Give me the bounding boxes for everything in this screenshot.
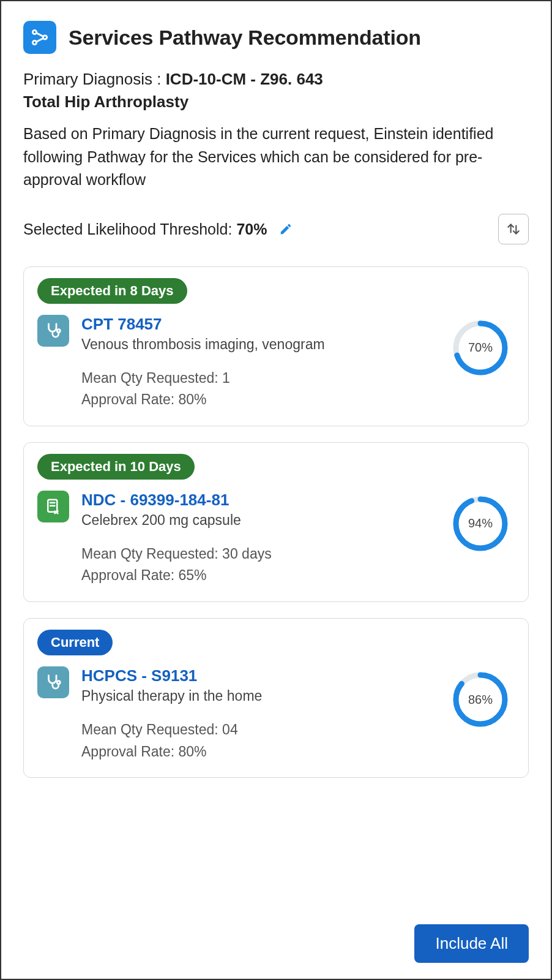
approval-rate: Approval Rate: 80% — [81, 741, 433, 763]
threshold-text: Selected Likelihood Threshold: 70% — [23, 219, 294, 238]
threshold-value: 70% — [236, 221, 267, 238]
threshold-row: Selected Likelihood Threshold: 70% — [23, 214, 529, 244]
edit-threshold-icon[interactable] — [277, 221, 294, 238]
approval-rate: Approval Rate: 80% — [81, 389, 433, 411]
mean-qty: Mean Qty Requested: 1 — [81, 368, 433, 390]
stethoscope-icon — [37, 666, 69, 698]
diagnosis-name: Total Hip Arthroplasty — [23, 92, 529, 111]
likelihood-donut: 70% — [451, 318, 510, 377]
page-title: Services Pathway Recommendation — [69, 26, 421, 50]
service-card: Expected in 8 DaysCPT 78457Venous thromb… — [23, 266, 529, 426]
stethoscope-icon — [37, 315, 69, 347]
include-all-button[interactable]: Include All — [414, 924, 529, 963]
likelihood-value: 94% — [451, 494, 510, 553]
svg-point-3 — [57, 329, 60, 332]
diagnosis-line: Primary Diagnosis : ICD-10-CM - Z96. 643 — [23, 70, 529, 89]
service-description: Venous thrombosis imaging, venogram — [81, 336, 433, 353]
approval-rate: Approval Rate: 65% — [81, 565, 433, 587]
svg-point-11 — [57, 681, 60, 684]
sort-button[interactable] — [498, 214, 529, 244]
timing-pill: Expected in 10 Days — [37, 454, 195, 480]
diagnosis-code: ICD-10-CM - Z96. 643 — [166, 70, 323, 88]
service-card: Expected in 10 DaysNDC - 69399-184-81Cel… — [23, 442, 529, 602]
service-description: Celebrex 200 mg capsule — [81, 512, 433, 529]
service-code[interactable]: HCPCS - S9131 — [81, 666, 433, 685]
likelihood-value: 86% — [451, 670, 510, 729]
rx-icon — [37, 491, 69, 522]
likelihood-donut: 86% — [451, 670, 510, 729]
mean-qty: Mean Qty Requested: 04 — [81, 719, 433, 741]
timing-pill: Expected in 8 Days — [37, 278, 187, 304]
likelihood-value: 70% — [451, 318, 510, 377]
intro-text: Based on Primary Diagnosis in the curren… — [23, 123, 529, 192]
diagnosis-label: Primary Diagnosis : — [23, 70, 161, 88]
likelihood-donut: 94% — [451, 494, 510, 553]
mean-qty: Mean Qty Requested: 30 days — [81, 543, 433, 565]
service-code[interactable]: NDC - 69399-184-81 — [81, 491, 433, 510]
service-description: Physical therapy in the home — [81, 688, 433, 704]
header: Services Pathway Recommendation — [23, 21, 529, 54]
timing-pill: Current — [37, 630, 113, 655]
threshold-label: Selected Likelihood Threshold: — [23, 221, 236, 238]
service-code[interactable]: CPT 78457 — [81, 315, 433, 334]
service-card: CurrentHCPCS - S9131Physical therapy in … — [23, 618, 529, 778]
app-icon — [23, 21, 56, 54]
